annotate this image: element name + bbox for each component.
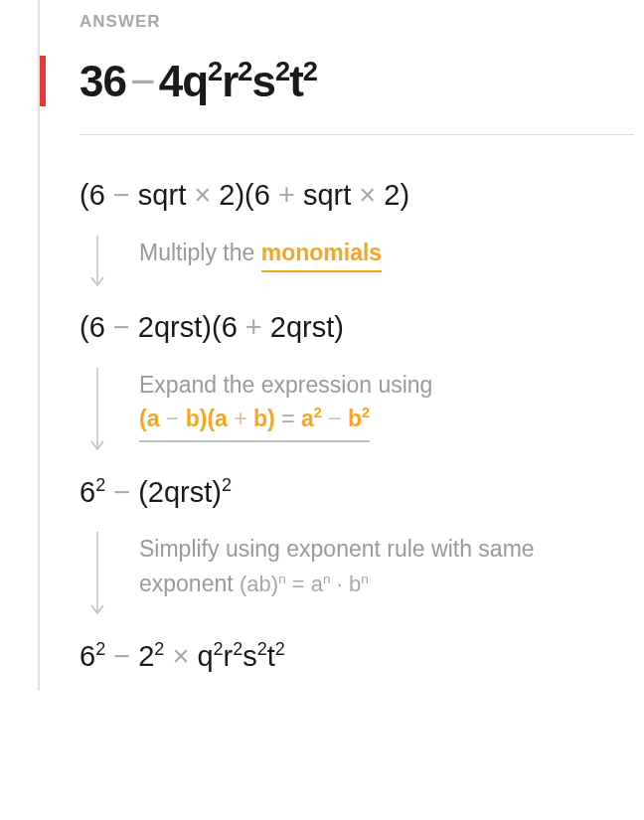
arrow-col [80,362,115,455]
expl-prefix: Multiply the [139,240,261,265]
step-explanation: Multiply the monomials [80,230,634,291]
expr-part: (2qrst) [138,475,222,507]
op: + [238,311,270,343]
step-explanation: Expand the expression using (a − b)(a + … [80,362,634,455]
f-part: b)(a [186,406,228,431]
step-1: (6 − sqrt × 2)(6 + sqrt × 2) Multiply th… [80,179,634,291]
answer-term: 4q [159,57,208,105]
f-exp: n [278,571,286,585]
exponent: 2 [95,639,105,659]
explanation-text: Expand the expression using (a − b)(a + … [115,362,432,442]
step-3: 62 − (2qrst)2 Simplify using exponent ru… [80,475,634,620]
expr-part: 6 [80,475,95,507]
f-eq: = [275,406,301,431]
f-part: (ab) [240,572,278,596]
op: + [270,179,303,211]
f-exp: 2 [362,406,370,421]
step-expression: 62 − 22 × q2r2s2t2 [80,639,634,673]
step-explanation: Simplify using exponent rule with same e… [80,526,634,619]
step-2: (6 − 2qrst)(6 + 2qrst) Expand the expres… [80,311,634,455]
answer-term: 36 [80,57,126,105]
exponent: 2 [275,56,289,86]
explanation-text: Multiply the monomials [115,230,382,273]
expr-part: 2qrst) [270,311,344,343]
explanation-text: Simplify using exponent rule with same e… [115,526,634,600]
answer-block: 36−4q2r2s2t2 [80,56,634,106]
f-part: a [301,406,314,431]
op: × [351,179,384,211]
arrow-down-icon [88,234,106,291]
exponent: 2 [257,639,267,659]
arrow-col [80,526,115,619]
f-part: b) [253,406,275,431]
section-label: ANSWER [80,12,634,32]
expr-part: sqrt [138,179,186,211]
expr-part: t [267,640,275,672]
answer-term: t [289,57,303,105]
accent-bar [40,56,46,106]
exponent: 2 [95,475,105,495]
f-part: b [349,572,361,596]
exponent: 2 [214,639,224,659]
expr-part: 2)(6 [219,179,270,211]
op: × [164,640,197,672]
f-dot: · [331,572,349,596]
op: − [105,475,138,507]
expl-prefix: Expand the expression using [139,372,432,398]
divider [80,134,634,135]
exponent: 2 [208,56,222,86]
op: − [105,311,138,343]
f-eq: = [286,572,311,596]
expr-part: 2 [138,640,154,672]
exponent: 2 [275,639,285,659]
f-exp: n [361,571,369,585]
answer-expression: 36−4q2r2s2t2 [80,56,634,106]
answer-term: s [251,57,274,105]
f-op: − [159,406,185,431]
expr-part: 2qrst)(6 [138,311,238,343]
op: − [105,640,138,672]
exponent: 2 [154,639,164,659]
step-4: 62 − 22 × q2r2s2t2 [80,639,634,673]
f-part: a [311,572,323,596]
exponent: 2 [233,639,242,659]
step-expression: (6 − 2qrst)(6 + 2qrst) [80,311,634,344]
expr-part: r [224,640,234,672]
content-area: ANSWER 36−4q2r2s2t2 (6 − sqrt × 2)(6 + s… [0,0,644,673]
expr-part: s [242,640,257,672]
formula-link-difference-squares[interactable]: (a − b)(a + b) = a2 − b2 [139,402,370,442]
exponent: 2 [222,475,232,495]
exponent: 2 [303,56,317,86]
f-part: b [348,406,362,431]
inline-formula: (ab)n = an · bn [240,572,369,596]
concept-link-monomials[interactable]: monomials [261,236,382,273]
expr-part: (6 [80,311,105,343]
minus-op: − [130,57,155,105]
arrow-down-icon [88,366,106,455]
expr-part: q [197,640,213,672]
exponent: 2 [238,56,251,86]
f-exp: 2 [314,406,322,421]
answer-term: r [222,57,238,105]
expr-part: 6 [80,640,95,672]
op: − [105,179,138,211]
step-expression: (6 − sqrt × 2)(6 + sqrt × 2) [80,179,634,212]
f-op: + [228,406,253,431]
arrow-col [80,230,115,291]
step-expression: 62 − (2qrst)2 [80,475,634,509]
f-exp: n [323,571,331,585]
expr-part: sqrt [303,179,351,211]
f-part: (a [139,406,159,431]
f-op: − [322,406,348,431]
expr-part: 2) [384,179,409,211]
expr-part: (6 [80,179,105,211]
arrow-down-icon [88,530,106,619]
op: × [186,179,219,211]
